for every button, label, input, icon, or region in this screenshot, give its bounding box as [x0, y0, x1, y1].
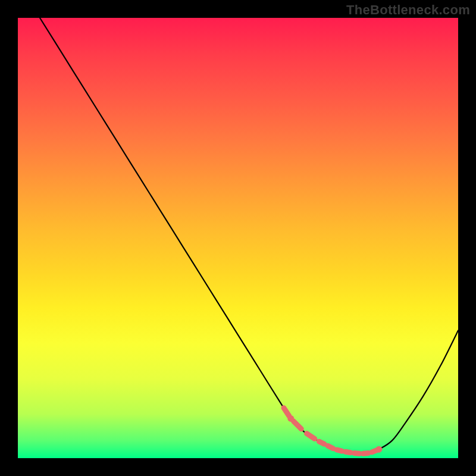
optimal-marker-dash: [294, 421, 302, 429]
optimal-marker-dash: [363, 453, 368, 453]
optimal-marker-dash: [284, 408, 289, 416]
optimal-marker-dash: [306, 434, 314, 439]
optimal-range-markers: [284, 408, 382, 454]
optimal-marker-endcap: [287, 415, 294, 422]
optimal-marker-dash: [346, 452, 351, 452]
optimal-marker-dash: [328, 446, 333, 448]
curve-layer: [18, 18, 458, 458]
chart-frame: TheBottleneck.com: [0, 0, 476, 476]
optimal-marker-dash: [337, 450, 342, 451]
bottleneck-curve: [40, 18, 458, 454]
plot-area: [18, 18, 458, 458]
watermark-text: TheBottleneck.com: [346, 2, 470, 18]
optimal-marker-endcap: [375, 446, 382, 453]
optimal-marker-dash: [354, 453, 359, 453]
optimal-marker-dash: [319, 441, 324, 444]
